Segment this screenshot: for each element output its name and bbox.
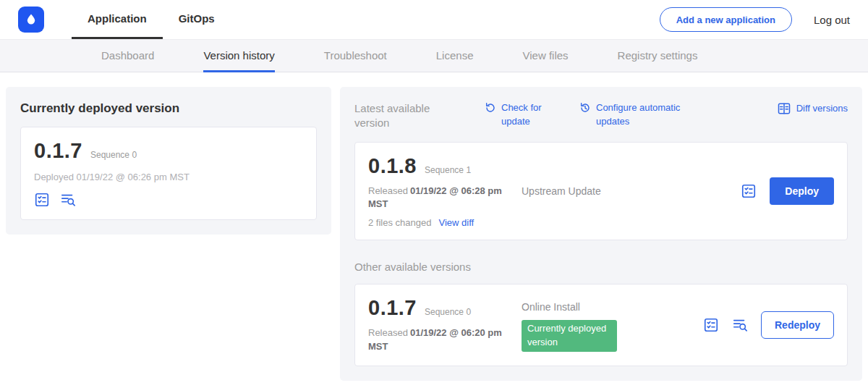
other-version-card: 0.1.7 Sequence 0 Released01/19/22 @ 06:2…	[354, 284, 848, 366]
latest-files-row: 2 files changed View diff	[368, 217, 522, 228]
release-notes-icon[interactable]	[34, 192, 50, 208]
other-version-number: 0.1.7	[368, 296, 417, 320]
app-logo[interactable]	[18, 7, 44, 33]
view-files-icon[interactable]	[60, 192, 76, 208]
refresh-icon	[485, 102, 496, 114]
check-for-update-button[interactable]: Check for update	[485, 101, 548, 129]
subnav-dashboard[interactable]: Dashboard	[101, 40, 154, 72]
latest-source-label: Upstream Update	[522, 185, 601, 197]
add-application-button[interactable]: Add a new application	[660, 7, 792, 32]
latest-version-card: 0.1.8 Sequence 1 Released01/19/22 @ 06:2…	[354, 142, 848, 241]
subnav-registry-settings[interactable]: Registry settings	[618, 40, 698, 72]
tab-gitops[interactable]: GitOps	[163, 0, 231, 39]
latest-version-number: 0.1.8	[368, 154, 417, 178]
other-versions-title: Other available versions	[354, 261, 848, 273]
deployed-version-row: 0.1.7 Sequence 0	[34, 139, 303, 163]
logout-link[interactable]: Log out	[814, 14, 850, 26]
other-released-text: Released01/19/22 @ 06:20 pm MST	[368, 326, 506, 354]
release-notes-icon[interactable]	[703, 317, 719, 333]
other-version-info: 0.1.7 Sequence 0 Released01/19/22 @ 06:2…	[368, 296, 522, 354]
available-header: Latest available version Check for updat…	[354, 101, 848, 131]
configure-updates-button[interactable]: Configure automatic updates	[579, 101, 693, 129]
configure-updates-label: Configure automatic updates	[596, 101, 693, 129]
other-sequence-label: Sequence 0	[425, 307, 471, 317]
files-changed-text: 2 files changed	[368, 217, 431, 228]
subnav-version-history[interactable]: Version history	[203, 40, 274, 72]
top-navbar: Application GitOps Add a new application…	[0, 0, 868, 40]
diff-versions-button[interactable]: Diff versions	[777, 101, 848, 116]
tab-application[interactable]: Application	[72, 0, 163, 39]
navbar-right: Add a new application Log out	[660, 0, 850, 39]
check-for-update-label: Check for update	[501, 101, 548, 129]
currently-deployed-badge: Currently deployed version	[522, 320, 617, 352]
app-root: Application GitOps Add a new application…	[0, 0, 868, 388]
subnav-view-files[interactable]: View files	[522, 40, 568, 72]
latest-released-text: Released01/19/22 @ 06:28 pm MST	[368, 185, 506, 212]
latest-actions: Deploy	[741, 177, 834, 205]
diff-versions-label: Diff versions	[796, 102, 848, 116]
diff-table-icon	[777, 101, 791, 116]
deployed-date-text: Deployed 01/19/22 @ 06:26 pm MST	[34, 172, 303, 182]
redeploy-button[interactable]: Redeploy	[761, 311, 834, 339]
view-diff-link[interactable]: View diff	[438, 217, 474, 228]
subnav-license[interactable]: License	[436, 40, 474, 72]
primary-nav: Application GitOps	[72, 0, 231, 39]
other-actions: Redeploy	[703, 311, 834, 339]
deployed-version-panel: Currently deployed version 0.1.7 Sequenc…	[6, 87, 331, 235]
deployed-version-number: 0.1.7	[34, 139, 82, 163]
deployed-version-card: 0.1.7 Sequence 0 Deployed 01/19/22 @ 06:…	[20, 127, 317, 220]
latest-sequence-label: Sequence 1	[425, 165, 471, 175]
update-schedule-icon	[579, 102, 591, 114]
latest-version-info: 0.1.8 Sequence 1 Released01/19/22 @ 06:2…	[368, 154, 522, 229]
deployed-sequence-label: Sequence 0	[90, 150, 137, 160]
tab-application-label: Application	[88, 12, 147, 25]
deploy-button[interactable]: Deploy	[770, 177, 834, 205]
deployed-panel-title: Currently deployed version	[20, 101, 317, 116]
deployed-actions	[34, 192, 303, 208]
other-source: Online Install Currently deployed versio…	[522, 296, 703, 354]
view-files-icon[interactable]	[732, 317, 748, 333]
available-versions-panel: Latest available version Check for updat…	[340, 87, 862, 381]
subnav-troubleshoot[interactable]: Troubleshoot	[324, 40, 387, 72]
logo-droplet-icon	[24, 12, 38, 27]
subnav: Dashboard Version history Troubleshoot L…	[0, 40, 868, 72]
other-source-label: Online Install	[522, 301, 580, 313]
release-notes-icon[interactable]	[741, 183, 757, 199]
tab-gitops-label: GitOps	[179, 12, 215, 25]
latest-available-title: Latest available version	[354, 101, 450, 131]
latest-source: Upstream Update	[522, 185, 741, 198]
main-content: Currently deployed version 0.1.7 Sequenc…	[0, 72, 868, 388]
